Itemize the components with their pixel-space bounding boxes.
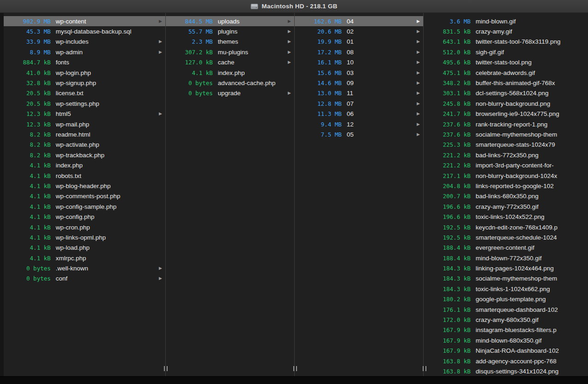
file-row[interactable]: 176.1 kBsmarterqueue-dashboard-102 xyxy=(424,304,588,315)
file-row[interactable]: 184.3 kBlinking-pages-1024x464.png xyxy=(424,263,588,273)
column-resize-handle[interactable] xyxy=(423,366,426,371)
file-row[interactable]: 217.1 kBnon-blurry-background-1024x xyxy=(424,171,588,181)
disclosure-triangle-icon[interactable]: ▶ xyxy=(286,60,292,64)
file-row[interactable]: 188.4 kBevergreen-content.gif xyxy=(424,243,588,253)
file-row[interactable]: 237.6 kBrank-tracking-report-1.png xyxy=(424,119,588,129)
file-row[interactable]: 4.1 kBwp-links-opml.php xyxy=(4,232,165,242)
file-row[interactable]: 20.6 MB02▶ xyxy=(295,26,423,36)
file-row[interactable]: 4.1 kBindex.php xyxy=(4,160,165,170)
file-row[interactable]: 512.0 kBsigh-gif.gif xyxy=(424,47,588,57)
file-row[interactable]: 4.1 kBwp-cron.php xyxy=(4,222,165,232)
file-row[interactable]: 20.5 kBwp-settings.php xyxy=(4,98,165,109)
file-row[interactable]: 221.2 kBbad-links-772x350.png xyxy=(424,150,588,160)
disclosure-triangle-icon[interactable]: ▶ xyxy=(415,122,421,126)
file-row[interactable]: 348.2 kBbuffer-this-animated-gif-768x xyxy=(424,78,588,88)
file-row[interactable]: 237.6 kBsocialme-mythemeshop-them xyxy=(424,129,588,139)
file-row[interactable]: 902.9 MBwp-content▶ xyxy=(4,16,165,26)
file-row[interactable]: 9.4 MB12▶ xyxy=(295,119,423,129)
file-row[interactable]: 192.5 kBkeycdn-edit-zone-768x1409.p xyxy=(424,222,588,232)
disclosure-triangle-icon[interactable]: ▶ xyxy=(415,71,421,75)
file-row[interactable]: 0 bytesconf▶ xyxy=(4,274,165,284)
file-row[interactable]: 196.6 kBtoxic-links-1024x522.png xyxy=(424,212,588,222)
disclosure-triangle-icon[interactable]: ▶ xyxy=(286,19,292,23)
file-row[interactable]: 12.3 kBhtml5▶ xyxy=(4,109,165,119)
disclosure-triangle-icon[interactable]: ▶ xyxy=(157,40,163,44)
disclosure-triangle-icon[interactable]: ▶ xyxy=(415,50,421,54)
file-row[interactable]: 8.9 MBwp-admin▶ xyxy=(4,47,165,57)
file-row[interactable]: 41.0 kBwp-login.php xyxy=(4,68,165,78)
disclosure-triangle-icon[interactable]: ▶ xyxy=(415,60,421,64)
file-row[interactable]: 17.2 MB08▶ xyxy=(295,47,423,57)
file-row[interactable]: 4.1 kBxmlrpc.php xyxy=(4,253,165,263)
disclosure-triangle-icon[interactable]: ▶ xyxy=(286,40,292,44)
disclosure-triangle-icon[interactable]: ▶ xyxy=(415,40,421,44)
file-row[interactable]: 33.9 MBwp-includes▶ xyxy=(4,37,165,47)
disclosure-triangle-icon[interactable]: ▶ xyxy=(157,50,163,54)
file-row[interactable]: 4.1 kBwp-load.php xyxy=(4,243,165,253)
column-resize-handle[interactable] xyxy=(164,366,168,371)
disclosure-triangle-icon[interactable]: ▶ xyxy=(415,132,421,137)
file-row[interactable]: 163.8 kBdisqus-settings-341x1024.png xyxy=(424,366,588,376)
file-row[interactable]: 307.2 kBmu-plugins▶ xyxy=(166,47,294,57)
file-row[interactable]: 221.2 kBimport-3rd-party-content-for- xyxy=(424,160,588,170)
file-row[interactable]: 475.1 kBcelebrate-adwords.gif xyxy=(424,68,588,78)
file-row[interactable]: 844.5 MBuploads▶ xyxy=(166,16,294,26)
file-row[interactable]: 15.6 MB03▶ xyxy=(295,68,423,78)
file-row[interactable]: 11.3 MB06▶ xyxy=(295,109,423,119)
file-row[interactable]: 0 bytes.well-known▶ xyxy=(4,263,165,273)
file-row[interactable]: 188.4 kBmind-blown-772x350.gif xyxy=(424,253,588,263)
file-row[interactable]: 303.1 kBdcl-settings-568x1024.png xyxy=(424,88,588,98)
file-row[interactable]: 16.1 MB10▶ xyxy=(295,57,423,68)
file-row[interactable]: 172.0 kBcrazy-amy-680x350.gif xyxy=(424,315,588,325)
file-row[interactable]: 184.3 kBtoxic-links-1-1024x662.png xyxy=(424,284,588,294)
disclosure-triangle-icon[interactable]: ▶ xyxy=(415,102,421,106)
file-row[interactable]: 4.1 kBwp-comments-post.php xyxy=(4,191,165,201)
file-row[interactable]: 7.5 MB05▶ xyxy=(295,129,423,139)
file-row[interactable]: 167.9 kBNinjaCat-ROA-dashboard-102 xyxy=(424,346,588,356)
file-row[interactable]: 245.8 kBnon-blurry-background.png xyxy=(424,98,588,109)
file-row[interactable]: 13.0 MB11▶ xyxy=(295,88,423,98)
file-row[interactable]: 55.7 MBplugins▶ xyxy=(166,26,294,36)
file-row[interactable]: 180.2 kBgoogle-plus-template.png xyxy=(424,294,588,304)
file-row[interactable]: 884.7 kBfonts xyxy=(4,57,165,68)
file-row[interactable]: 241.7 kBbrowserling-ie9-1024x775.png xyxy=(424,109,588,119)
file-row[interactable]: 3.6 MBmind-blown.gif xyxy=(424,16,588,26)
disclosure-triangle-icon[interactable]: ▶ xyxy=(415,112,421,116)
file-row[interactable]: 831.5 kBcrazy-amy.gif xyxy=(424,26,588,36)
disclosure-triangle-icon[interactable]: ▶ xyxy=(415,29,421,34)
file-row[interactable]: 163.8 kBadd-agency-account-ppc-768 xyxy=(424,356,588,366)
disclosure-triangle-icon[interactable]: ▶ xyxy=(157,276,163,281)
disclosure-triangle-icon[interactable]: ▶ xyxy=(415,19,421,23)
disclosure-triangle-icon[interactable]: ▶ xyxy=(157,266,163,270)
file-row[interactable]: 0 bytesupgrade▶ xyxy=(166,88,294,98)
window-titlebar[interactable]: Macintosh HD - 218.1 GB xyxy=(0,0,588,13)
disclosure-triangle-icon[interactable]: ▶ xyxy=(286,29,292,34)
file-row[interactable]: 643.1 kBtwitter-stats-tool-768x3119.png xyxy=(424,37,588,47)
file-row[interactable]: 4.1 kBrobots.txt xyxy=(4,171,165,181)
file-row[interactable]: 4.1 kBwp-blog-header.php xyxy=(4,181,165,191)
file-row[interactable]: 45.3 MBmysql-database-backup.sql xyxy=(4,26,165,36)
file-row[interactable]: 20.5 kBlicense.txt xyxy=(4,88,165,98)
file-row[interactable]: 4.1 kBwp-config-sample.php xyxy=(4,201,165,212)
file-row[interactable]: 196.6 kBcrazy-amy-772x350.gif xyxy=(424,201,588,212)
file-row[interactable]: 4.1 kBindex.php xyxy=(166,68,294,78)
file-row[interactable]: 162.6 MB04▶ xyxy=(295,16,423,26)
disclosure-triangle-icon[interactable]: ▶ xyxy=(157,19,163,23)
column-resize-handle[interactable] xyxy=(293,366,297,371)
file-row[interactable]: 12.3 kBwp-mail.php xyxy=(4,119,165,129)
file-row[interactable]: 2.3 MBthemes▶ xyxy=(166,37,294,47)
file-row[interactable]: 167.9 kBmind-blown-680x350.gif xyxy=(424,335,588,345)
disclosure-triangle-icon[interactable]: ▶ xyxy=(286,50,292,54)
file-row[interactable]: 0 bytesadvanced-cache.php xyxy=(166,78,294,88)
file-row[interactable]: 225.3 kBsmarterqueue-stats-1024x79 xyxy=(424,140,588,150)
file-row[interactable]: 4.1 kBwp-config.php xyxy=(4,212,165,222)
file-row[interactable]: 192.5 kBsmarterqueue-schedule-1024 xyxy=(424,232,588,242)
file-row[interactable]: 12.8 MB07▶ xyxy=(295,98,423,109)
file-row[interactable]: 8.2 kBreadme.html xyxy=(4,129,165,139)
file-row[interactable]: 184.3 kBsocialme-mythemeshop-them xyxy=(424,274,588,284)
file-row[interactable]: 14.6 MB09▶ xyxy=(295,78,423,88)
file-row[interactable]: 127.0 kBcache▶ xyxy=(166,57,294,68)
file-row[interactable]: 8.2 kBwp-trackback.php xyxy=(4,150,165,160)
file-row[interactable]: 204.8 kBlinks-reported-to-google-102 xyxy=(424,181,588,191)
file-row[interactable]: 32.8 kBwp-signup.php xyxy=(4,78,165,88)
